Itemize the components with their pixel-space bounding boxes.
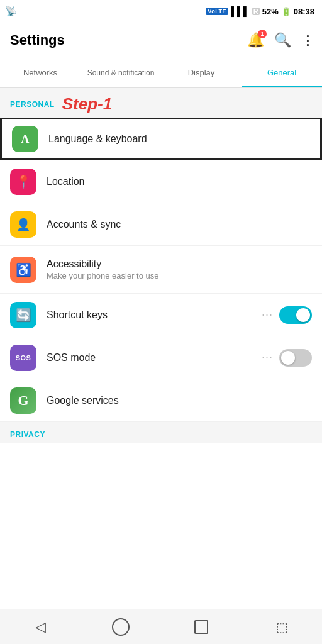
back-button[interactable]: ◁ — [25, 612, 55, 642]
battery-percent: 52% — [262, 7, 279, 16]
tab-general[interactable]: General — [242, 58, 322, 87]
sos-text: SOS mode — [47, 352, 262, 364]
sos-icon: SOS — [10, 345, 36, 371]
toggle-thumb-sos — [281, 351, 295, 365]
settings-list: A Language & keyboard 📍 Location 👤 Accou… — [0, 118, 322, 422]
status-right: VoLTE ▌▌▌ R 52% 🔋 08:38 — [206, 6, 314, 16]
recent-icon — [194, 620, 208, 634]
tab-bar: Networks Sound & notification Display Ge… — [0, 58, 322, 88]
language-keyboard-title: Language & keyboard — [48, 133, 310, 145]
step-label: Step-1 — [62, 94, 112, 114]
google-services-title: Google services — [47, 395, 312, 406]
accounts-text: Accounts & sync — [47, 219, 312, 230]
accounts-title: Accounts & sync — [47, 219, 312, 230]
language-keyboard-icon: A — [12, 126, 38, 152]
header-actions: 🔔 1 🔍 ⋮ — [247, 32, 314, 48]
content-area: PERSONAL Step-1 A Language & keyboard 📍 … — [0, 88, 322, 443]
accessibility-item[interactable]: ♿ Accessibility Make your phone easier t… — [0, 246, 322, 294]
location-item[interactable]: 📍 Location — [0, 160, 322, 203]
screenshot-button[interactable]: ⬚ — [267, 612, 297, 642]
status-bar: 📡 VoLTE ▌▌▌ R 52% 🔋 08:38 — [0, 0, 322, 23]
more-options-button[interactable]: ⋮ — [301, 32, 314, 48]
back-icon: ◁ — [35, 619, 46, 635]
personal-label: PERSONAL — [10, 100, 55, 109]
status-left: 📡 — [5, 6, 17, 17]
signal-bars: ▌▌▌ — [231, 6, 250, 16]
shortcut-keys-icon: 🔄 — [10, 302, 36, 328]
accounts-icon: 👤 — [10, 211, 36, 238]
radio-icon: 📡 — [5, 6, 17, 17]
sos-mode-item[interactable]: SOS SOS mode ··· — [0, 336, 322, 379]
bottom-nav: ◁ ⬚ — [0, 609, 322, 644]
home-icon — [112, 618, 130, 636]
language-keyboard-item[interactable]: A Language & keyboard — [0, 118, 322, 160]
sos-title: SOS mode — [47, 352, 262, 364]
privacy-label: PRIVACY — [10, 430, 45, 439]
tab-networks[interactable]: Networks — [0, 58, 80, 87]
google-services-item[interactable]: G Google services — [0, 379, 322, 422]
language-keyboard-text: Language & keyboard — [48, 133, 310, 145]
clock: 08:38 — [294, 7, 314, 16]
data-icon: R — [252, 8, 260, 15]
sos-toggle[interactable] — [279, 349, 312, 367]
shortcut-keys-toggle[interactable] — [279, 306, 312, 324]
google-services-text: Google services — [47, 395, 312, 406]
location-title: Location — [47, 176, 312, 187]
volte-badge: VoLTE — [206, 8, 228, 15]
shortcut-keys-text: Shortcut keys — [47, 309, 262, 321]
shortcut-keys-right: ··· — [262, 306, 312, 324]
screenshot-icon: ⬚ — [276, 619, 288, 635]
page-title: Settings — [10, 32, 65, 48]
location-text: Location — [47, 176, 312, 187]
accessibility-icon: ♿ — [10, 257, 36, 283]
home-button[interactable] — [106, 612, 136, 642]
accounts-sync-item[interactable]: 👤 Accounts & sync — [0, 203, 322, 246]
tab-display[interactable]: Display — [161, 58, 242, 87]
privacy-section-header: PRIVACY — [0, 422, 322, 443]
accessibility-text: Accessibility Make your phone easier to … — [47, 258, 312, 280]
battery-icon: 🔋 — [281, 7, 291, 16]
sos-more[interactable]: ··· — [262, 351, 273, 364]
accessibility-subtitle: Make your phone easier to use — [47, 271, 312, 280]
google-services-icon: G — [10, 387, 36, 414]
location-icon: 📍 — [10, 169, 36, 195]
more-icon: ⋮ — [301, 33, 314, 47]
shortcut-keys-more[interactable]: ··· — [262, 308, 273, 321]
shortcut-keys-item[interactable]: 🔄 Shortcut keys ··· — [0, 294, 322, 336]
toggle-thumb — [296, 308, 310, 322]
tab-sound[interactable]: Sound & notification — [80, 58, 161, 87]
accessibility-title: Accessibility — [47, 258, 312, 270]
notification-badge: 1 — [258, 30, 267, 38]
notification-button[interactable]: 🔔 1 — [247, 32, 264, 48]
app-header: Settings 🔔 1 🔍 ⋮ — [0, 23, 322, 58]
search-icon: 🔍 — [274, 32, 291, 48]
shortcut-keys-title: Shortcut keys — [47, 309, 262, 321]
sos-right: ··· — [262, 349, 312, 367]
personal-section-header: PERSONAL Step-1 — [0, 88, 322, 118]
recent-button[interactable] — [186, 612, 216, 642]
search-button[interactable]: 🔍 — [274, 32, 291, 48]
